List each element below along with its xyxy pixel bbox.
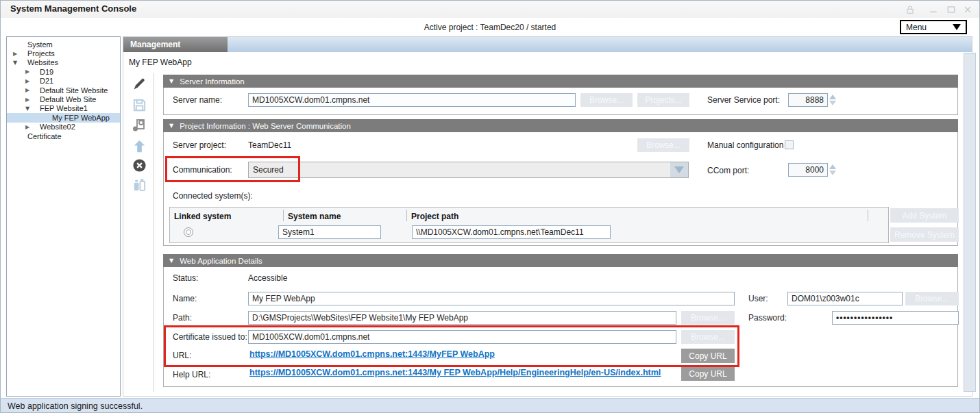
tree-item-d19[interactable]: D19 xyxy=(7,67,120,76)
chevron-right-icon[interactable] xyxy=(25,95,40,104)
save-icon[interactable] xyxy=(130,96,148,114)
server-name-input[interactable] xyxy=(248,93,576,107)
menu-dropdown-label: Menu xyxy=(906,23,953,32)
password-input[interactable] xyxy=(832,311,959,325)
server-service-port-label: Server Service port: xyxy=(707,95,780,105)
stepper-up-icon[interactable] xyxy=(829,95,836,99)
server-project-label: Server project: xyxy=(173,140,226,150)
section-header-project-information[interactable]: Project Information : Web Server Communi… xyxy=(163,119,958,132)
server-service-port-stepper xyxy=(788,93,836,107)
column-separator xyxy=(868,210,868,221)
toolbar-separator xyxy=(154,73,154,392)
minimize-button[interactable] xyxy=(927,4,940,15)
maximize-button[interactable] xyxy=(945,4,957,15)
certificate-browse-button[interactable]: Browse... xyxy=(681,330,735,344)
header-bar: Active project : TeamDec20 / started Men… xyxy=(1,18,979,36)
section-project-information: Project Information : Web Server Communi… xyxy=(163,119,958,246)
linked-system-radio[interactable] xyxy=(184,227,193,237)
tree-item-websites[interactable]: Websites xyxy=(7,58,120,67)
tree-item-fep-website1[interactable]: FEP Website1 xyxy=(7,104,120,113)
stepper-arrows xyxy=(829,164,836,175)
manual-configuration-checkbox[interactable] xyxy=(785,140,794,149)
projects-button[interactable]: Projects... xyxy=(637,93,689,107)
ccom-port-label: CCom port: xyxy=(707,166,749,175)
help-url-link[interactable]: https://MD1005XCW.dom01.cmpns.net:1443/M… xyxy=(249,368,661,377)
name-label: Name: xyxy=(173,294,197,303)
ccom-port-stepper xyxy=(788,163,836,177)
section-header-server-information[interactable]: Server Information xyxy=(163,75,958,88)
chevron-right-icon[interactable] xyxy=(25,67,40,76)
help-url-label: Help URL: xyxy=(173,370,210,379)
status-label: Status: xyxy=(173,273,198,283)
section-server-information: Server Information Server name: Browse..… xyxy=(163,75,958,115)
title-bar: System Management Console xyxy=(1,1,979,18)
chevron-right-icon[interactable] xyxy=(12,49,27,58)
tree-item-default-web-site[interactable]: Default Web Site xyxy=(7,95,120,103)
system-name-input[interactable] xyxy=(278,225,381,239)
user-browse-button[interactable]: Browse... xyxy=(905,292,959,305)
compare-icon[interactable] xyxy=(130,175,148,193)
connected-systems-label: Connected system(s): xyxy=(173,191,253,201)
close-button[interactable] xyxy=(961,4,974,15)
page-title: My FEP WebApp xyxy=(129,58,192,67)
stepper-down-icon[interactable] xyxy=(829,101,836,105)
column-header-system-name: System name xyxy=(288,212,341,221)
chevron-right-icon[interactable] xyxy=(25,123,40,132)
communication-label: Communication: xyxy=(173,165,232,175)
project-browse-button[interactable]: Browse... xyxy=(637,138,689,152)
cancel-icon[interactable] xyxy=(130,156,148,174)
copy-url-button[interactable]: Copy URL xyxy=(681,349,735,363)
certificate-issued-to-input[interactable] xyxy=(248,330,676,344)
chevron-down-icon[interactable] xyxy=(25,104,40,113)
server-service-port-input[interactable] xyxy=(788,93,828,107)
configure-icon[interactable] xyxy=(130,116,148,134)
server-name-label: Server name: xyxy=(173,95,222,105)
communication-dropdown[interactable]: Secured xyxy=(248,162,689,178)
tree-item-my-fep-webapp[interactable]: My FEP WebApp xyxy=(7,113,120,122)
connected-systems-table: Linked system System name Project path xyxy=(169,207,889,243)
user-input[interactable] xyxy=(787,292,903,305)
webapp-url-link[interactable]: https://MD1005XCW.dom01.cmpns.net:1443/M… xyxy=(249,349,495,359)
server-browse-button[interactable]: Browse... xyxy=(580,93,633,107)
tree-item-website02[interactable]: Website02 xyxy=(7,123,120,132)
chevron-down-icon[interactable] xyxy=(12,58,27,67)
upload-icon[interactable] xyxy=(130,137,148,155)
section-header-web-application-details[interactable]: Web Application Details xyxy=(163,254,958,267)
scrollbar[interactable] xyxy=(964,53,976,392)
status-message: Web application signing successful. xyxy=(8,401,143,411)
column-separator xyxy=(406,210,407,221)
menu-dropdown[interactable]: Menu xyxy=(900,20,967,34)
tree-item-d21[interactable]: D21 xyxy=(7,77,120,86)
chevron-down-icon xyxy=(674,166,684,173)
tree-item-default-site-website[interactable]: Default Site Website xyxy=(7,86,120,95)
chevron-down-icon xyxy=(953,24,961,30)
tree-item-certificate[interactable]: Certificate xyxy=(7,132,120,140)
tree-item-projects[interactable]: Projects xyxy=(7,49,120,58)
stepper-up-icon[interactable] xyxy=(829,164,836,169)
section-web-application-details: Web Application Details Status: Accessib… xyxy=(163,254,958,387)
dropdown-button[interactable] xyxy=(670,162,688,177)
tab-management[interactable]: Management xyxy=(123,37,228,52)
navigation-tree: System Projects Websites D19 D21 Default… xyxy=(6,36,121,397)
copy-help-url-button[interactable]: Copy URL xyxy=(681,366,735,381)
tree-item-system[interactable]: System xyxy=(7,40,120,49)
ccom-port-input[interactable] xyxy=(788,163,828,177)
window-title: System Management Console xyxy=(10,3,136,14)
status-value: Accessible xyxy=(248,273,287,283)
lock-icon xyxy=(904,4,916,15)
name-input[interactable] xyxy=(248,292,735,305)
add-system-button[interactable]: Add System xyxy=(890,208,959,223)
path-input[interactable] xyxy=(248,311,676,325)
path-label: Path: xyxy=(173,313,192,323)
project-path-input[interactable] xyxy=(412,225,611,239)
server-project-value: TeamDec11 xyxy=(248,140,291,150)
column-header-project-path: Project path xyxy=(411,212,458,221)
path-browse-button[interactable]: Browse... xyxy=(681,311,735,325)
stepper-down-icon[interactable] xyxy=(829,171,836,175)
remove-system-button[interactable]: Remove System xyxy=(890,227,959,242)
app-window: System Management Console Active project… xyxy=(0,0,980,413)
chevron-right-icon[interactable] xyxy=(25,86,40,95)
chevron-right-icon[interactable] xyxy=(25,77,40,86)
url-label: URL: xyxy=(173,351,191,360)
sign-pen-icon[interactable] xyxy=(130,75,148,93)
